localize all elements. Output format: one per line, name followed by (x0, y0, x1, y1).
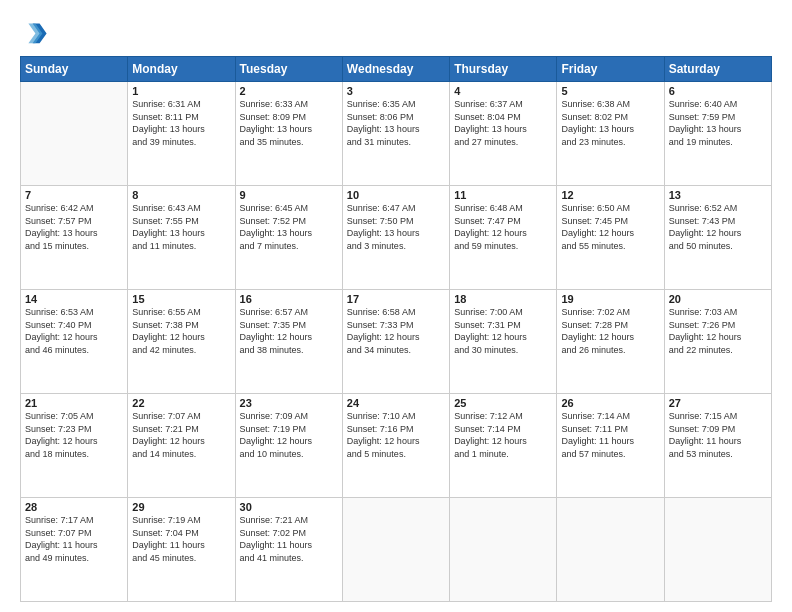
day-number: 6 (669, 85, 767, 97)
cell-info: Sunrise: 6:43 AM Sunset: 7:55 PM Dayligh… (132, 202, 230, 252)
day-number: 24 (347, 397, 445, 409)
header (20, 18, 772, 46)
day-number: 2 (240, 85, 338, 97)
day-number: 10 (347, 189, 445, 201)
cell-info: Sunrise: 6:45 AM Sunset: 7:52 PM Dayligh… (240, 202, 338, 252)
day-number: 23 (240, 397, 338, 409)
cell-info: Sunrise: 6:53 AM Sunset: 7:40 PM Dayligh… (25, 306, 123, 356)
calendar-cell: 10Sunrise: 6:47 AM Sunset: 7:50 PM Dayli… (342, 186, 449, 290)
cell-info: Sunrise: 6:35 AM Sunset: 8:06 PM Dayligh… (347, 98, 445, 148)
calendar-cell: 8Sunrise: 6:43 AM Sunset: 7:55 PM Daylig… (128, 186, 235, 290)
calendar-cell: 12Sunrise: 6:50 AM Sunset: 7:45 PM Dayli… (557, 186, 664, 290)
calendar-week-4: 21Sunrise: 7:05 AM Sunset: 7:23 PM Dayli… (21, 394, 772, 498)
cell-info: Sunrise: 6:31 AM Sunset: 8:11 PM Dayligh… (132, 98, 230, 148)
weekday-header-friday: Friday (557, 57, 664, 82)
calendar-cell (557, 498, 664, 602)
calendar-week-3: 14Sunrise: 6:53 AM Sunset: 7:40 PM Dayli… (21, 290, 772, 394)
calendar-cell: 17Sunrise: 6:58 AM Sunset: 7:33 PM Dayli… (342, 290, 449, 394)
calendar-cell (450, 498, 557, 602)
day-number: 9 (240, 189, 338, 201)
calendar-cell: 22Sunrise: 7:07 AM Sunset: 7:21 PM Dayli… (128, 394, 235, 498)
day-number: 28 (25, 501, 123, 513)
cell-info: Sunrise: 6:33 AM Sunset: 8:09 PM Dayligh… (240, 98, 338, 148)
weekday-header-saturday: Saturday (664, 57, 771, 82)
cell-info: Sunrise: 7:03 AM Sunset: 7:26 PM Dayligh… (669, 306, 767, 356)
calendar-cell: 2Sunrise: 6:33 AM Sunset: 8:09 PM Daylig… (235, 82, 342, 186)
cell-info: Sunrise: 6:38 AM Sunset: 8:02 PM Dayligh… (561, 98, 659, 148)
cell-info: Sunrise: 7:09 AM Sunset: 7:19 PM Dayligh… (240, 410, 338, 460)
calendar-cell: 27Sunrise: 7:15 AM Sunset: 7:09 PM Dayli… (664, 394, 771, 498)
day-number: 7 (25, 189, 123, 201)
calendar-cell: 19Sunrise: 7:02 AM Sunset: 7:28 PM Dayli… (557, 290, 664, 394)
day-number: 19 (561, 293, 659, 305)
day-number: 21 (25, 397, 123, 409)
calendar-cell: 26Sunrise: 7:14 AM Sunset: 7:11 PM Dayli… (557, 394, 664, 498)
cell-info: Sunrise: 7:15 AM Sunset: 7:09 PM Dayligh… (669, 410, 767, 460)
calendar-cell: 7Sunrise: 6:42 AM Sunset: 7:57 PM Daylig… (21, 186, 128, 290)
calendar-cell: 13Sunrise: 6:52 AM Sunset: 7:43 PM Dayli… (664, 186, 771, 290)
calendar-cell: 30Sunrise: 7:21 AM Sunset: 7:02 PM Dayli… (235, 498, 342, 602)
logo-icon (20, 18, 48, 46)
calendar-cell: 18Sunrise: 7:00 AM Sunset: 7:31 PM Dayli… (450, 290, 557, 394)
cell-info: Sunrise: 6:57 AM Sunset: 7:35 PM Dayligh… (240, 306, 338, 356)
day-number: 16 (240, 293, 338, 305)
calendar-cell (342, 498, 449, 602)
calendar-cell: 28Sunrise: 7:17 AM Sunset: 7:07 PM Dayli… (21, 498, 128, 602)
calendar-week-2: 7Sunrise: 6:42 AM Sunset: 7:57 PM Daylig… (21, 186, 772, 290)
cell-info: Sunrise: 6:50 AM Sunset: 7:45 PM Dayligh… (561, 202, 659, 252)
day-number: 29 (132, 501, 230, 513)
cell-info: Sunrise: 6:42 AM Sunset: 7:57 PM Dayligh… (25, 202, 123, 252)
calendar-cell: 11Sunrise: 6:48 AM Sunset: 7:47 PM Dayli… (450, 186, 557, 290)
calendar-cell: 20Sunrise: 7:03 AM Sunset: 7:26 PM Dayli… (664, 290, 771, 394)
calendar-cell: 14Sunrise: 6:53 AM Sunset: 7:40 PM Dayli… (21, 290, 128, 394)
calendar-table: SundayMondayTuesdayWednesdayThursdayFrid… (20, 56, 772, 602)
day-number: 14 (25, 293, 123, 305)
cell-info: Sunrise: 7:21 AM Sunset: 7:02 PM Dayligh… (240, 514, 338, 564)
day-number: 25 (454, 397, 552, 409)
cell-info: Sunrise: 7:10 AM Sunset: 7:16 PM Dayligh… (347, 410, 445, 460)
calendar-cell: 3Sunrise: 6:35 AM Sunset: 8:06 PM Daylig… (342, 82, 449, 186)
day-number: 20 (669, 293, 767, 305)
weekday-header-sunday: Sunday (21, 57, 128, 82)
weekday-header-monday: Monday (128, 57, 235, 82)
calendar-cell: 4Sunrise: 6:37 AM Sunset: 8:04 PM Daylig… (450, 82, 557, 186)
day-number: 8 (132, 189, 230, 201)
calendar-cell: 16Sunrise: 6:57 AM Sunset: 7:35 PM Dayli… (235, 290, 342, 394)
cell-info: Sunrise: 6:37 AM Sunset: 8:04 PM Dayligh… (454, 98, 552, 148)
cell-info: Sunrise: 7:05 AM Sunset: 7:23 PM Dayligh… (25, 410, 123, 460)
weekday-header-row: SundayMondayTuesdayWednesdayThursdayFrid… (21, 57, 772, 82)
calendar-cell: 5Sunrise: 6:38 AM Sunset: 8:02 PM Daylig… (557, 82, 664, 186)
day-number: 18 (454, 293, 552, 305)
weekday-header-thursday: Thursday (450, 57, 557, 82)
cell-info: Sunrise: 6:47 AM Sunset: 7:50 PM Dayligh… (347, 202, 445, 252)
calendar-cell: 1Sunrise: 6:31 AM Sunset: 8:11 PM Daylig… (128, 82, 235, 186)
calendar-cell: 29Sunrise: 7:19 AM Sunset: 7:04 PM Dayli… (128, 498, 235, 602)
day-number: 27 (669, 397, 767, 409)
calendar-cell: 9Sunrise: 6:45 AM Sunset: 7:52 PM Daylig… (235, 186, 342, 290)
day-number: 4 (454, 85, 552, 97)
calendar-cell (664, 498, 771, 602)
calendar-week-5: 28Sunrise: 7:17 AM Sunset: 7:07 PM Dayli… (21, 498, 772, 602)
day-number: 17 (347, 293, 445, 305)
weekday-header-tuesday: Tuesday (235, 57, 342, 82)
day-number: 13 (669, 189, 767, 201)
cell-info: Sunrise: 7:19 AM Sunset: 7:04 PM Dayligh… (132, 514, 230, 564)
cell-info: Sunrise: 6:55 AM Sunset: 7:38 PM Dayligh… (132, 306, 230, 356)
cell-info: Sunrise: 7:14 AM Sunset: 7:11 PM Dayligh… (561, 410, 659, 460)
cell-info: Sunrise: 6:58 AM Sunset: 7:33 PM Dayligh… (347, 306, 445, 356)
day-number: 22 (132, 397, 230, 409)
calendar-cell: 25Sunrise: 7:12 AM Sunset: 7:14 PM Dayli… (450, 394, 557, 498)
page: SundayMondayTuesdayWednesdayThursdayFrid… (0, 0, 792, 612)
day-number: 12 (561, 189, 659, 201)
cell-info: Sunrise: 6:40 AM Sunset: 7:59 PM Dayligh… (669, 98, 767, 148)
weekday-header-wednesday: Wednesday (342, 57, 449, 82)
logo (20, 18, 52, 46)
cell-info: Sunrise: 6:48 AM Sunset: 7:47 PM Dayligh… (454, 202, 552, 252)
cell-info: Sunrise: 7:07 AM Sunset: 7:21 PM Dayligh… (132, 410, 230, 460)
calendar-cell: 15Sunrise: 6:55 AM Sunset: 7:38 PM Dayli… (128, 290, 235, 394)
calendar-cell: 6Sunrise: 6:40 AM Sunset: 7:59 PM Daylig… (664, 82, 771, 186)
day-number: 3 (347, 85, 445, 97)
day-number: 1 (132, 85, 230, 97)
calendar-cell: 23Sunrise: 7:09 AM Sunset: 7:19 PM Dayli… (235, 394, 342, 498)
day-number: 30 (240, 501, 338, 513)
